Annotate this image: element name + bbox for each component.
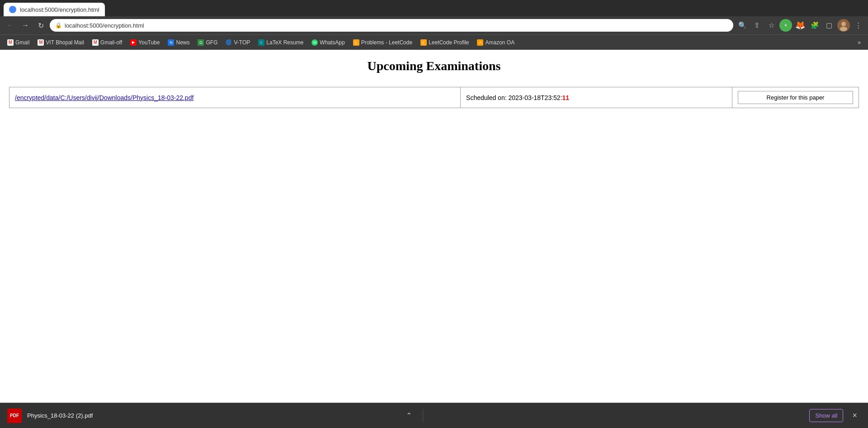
bookmark-lc-profile[interactable]: L LeetCode Profile	[417, 38, 472, 48]
bookmark-label: LeetCode Profile	[429, 39, 469, 46]
show-all-button[interactable]: Show all	[809, 409, 843, 422]
bookmark-label: Gmail	[15, 39, 29, 46]
tab-favicon	[9, 6, 16, 13]
address-text: localhost:5000/encryption.html	[65, 22, 728, 29]
close-download-button[interactable]: ×	[849, 409, 861, 422]
bookmark-label: V-TOP	[234, 39, 250, 46]
bookmark-button[interactable]: ☆	[765, 19, 778, 32]
scheduled-cell: Scheduled on: 2023-03-18T23:52:11	[461, 87, 732, 108]
exam-table: /encrypted/data/C:/Users/divij/Downloads…	[9, 87, 859, 108]
lc-favicon: L	[353, 39, 359, 46]
file-link[interactable]: /encrypted/data/C:/Users/divij/Downloads…	[15, 94, 193, 101]
nav-bar: ← → ↻ 🔒 localhost:5000/encryption.html 🔍…	[0, 16, 868, 34]
bookmark-gmail[interactable]: M Gmail	[4, 38, 33, 48]
bookmark-label: VIT Bhopal Mail	[46, 39, 84, 46]
browser-chrome: localhost:5000/encryption.html ← → ↻ 🔒 l…	[0, 0, 868, 50]
ext-fox-icon[interactable]: 🦊	[794, 19, 807, 32]
bookmark-gfg[interactable]: G GFG	[194, 38, 221, 48]
bookmark-label: WhatsApp	[320, 39, 344, 46]
svg-point-1	[840, 27, 847, 31]
puzzle-icon[interactable]: 🧩	[808, 19, 821, 32]
bookmark-label: YouTube	[138, 39, 160, 46]
tab-title: localhost:5000/encryption.html	[20, 6, 99, 13]
bookmark-whatsapp[interactable]: W WhatsApp	[308, 38, 348, 48]
bookmarks-bar: M Gmail M VIT Bhopal Mail M Gmail-off ▶ …	[0, 34, 868, 50]
svg-point-0	[841, 22, 846, 26]
vtop-favicon: 🌀	[226, 39, 232, 46]
window-icon[interactable]: ▢	[823, 19, 835, 32]
reload-button[interactable]: ↻	[34, 19, 47, 32]
bookmark-label: Gmail-off	[100, 39, 122, 46]
main-content: Upcoming Examinations /encrypted/data/C:…	[0, 50, 868, 403]
active-tab[interactable]: localhost:5000/encryption.html	[4, 3, 105, 16]
bookmark-youtube[interactable]: ▶ YouTube	[127, 38, 163, 48]
lock-icon: 🔒	[55, 22, 62, 29]
nav-actions: 🔍 ⇧ ☆ + 🦊 🧩 ▢ ⋮	[736, 19, 864, 32]
gmail-off-favicon: M	[92, 39, 99, 46]
lc-profile-favicon: L	[420, 39, 427, 46]
profile-avatar	[837, 19, 850, 32]
bookmark-label: GFG	[206, 39, 217, 46]
register-cell: Register for this paper	[732, 87, 859, 108]
menu-button[interactable]: ⋮	[852, 19, 864, 32]
download-info: Physics_18-03-22 (2).pdf	[27, 412, 399, 419]
page-content: Upcoming Examinations /encrypted/data/C:…	[0, 50, 868, 403]
share-button[interactable]: ⇧	[750, 19, 763, 32]
bookmark-gmail-off[interactable]: M Gmail-off	[89, 38, 126, 48]
tab-bar: localhost:5000/encryption.html	[0, 0, 868, 16]
pdf-icon: PDF	[7, 409, 22, 423]
forward-button[interactable]: →	[19, 19, 32, 32]
exam-row: /encrypted/data/C:/Users/divij/Downloads…	[9, 87, 859, 108]
whatsapp-favicon: W	[311, 39, 318, 46]
bookmark-latex[interactable]: L LaTeX Resume	[255, 38, 307, 48]
register-button[interactable]: Register for this paper	[738, 91, 853, 104]
bookmark-news[interactable]: N News	[164, 38, 193, 48]
bookmark-label: LaTeX Resume	[266, 39, 303, 46]
bookmark-label: News	[176, 39, 189, 46]
download-bar: PDF Physics_18-03-22 (2).pdf ⌃ Show all …	[0, 403, 868, 428]
scheduled-highlight: 11	[562, 94, 570, 101]
ext-green-icon[interactable]: +	[779, 19, 792, 32]
scheduled-date: 2023-03-18T23:52:	[508, 94, 562, 101]
download-divider	[423, 409, 423, 423]
bookmarks-more[interactable]: »	[854, 38, 864, 48]
youtube-favicon: ▶	[130, 39, 137, 46]
bookmark-label: Problems - LeetCode	[361, 39, 412, 46]
news-favicon: N	[168, 39, 174, 46]
gfg-favicon: G	[198, 39, 204, 46]
download-filename: Physics_18-03-22 (2).pdf	[27, 412, 399, 419]
download-chevron-icon[interactable]: ⌃	[404, 409, 414, 422]
bookmark-leetcode[interactable]: L Problems - LeetCode	[349, 38, 416, 48]
search-button[interactable]: 🔍	[736, 19, 749, 32]
bookmark-amazon[interactable]: A Amazon OA	[473, 38, 518, 48]
amazon-favicon: A	[477, 39, 483, 46]
profile-button[interactable]	[837, 19, 850, 32]
gmail-favicon: M	[7, 39, 14, 46]
latex-favicon: L	[258, 39, 264, 46]
scheduled-label: Scheduled on:	[466, 94, 508, 101]
vit-mail-favicon: M	[38, 39, 44, 46]
file-path-cell: /encrypted/data/C:/Users/divij/Downloads…	[9, 87, 461, 108]
bookmark-vit-mail[interactable]: M VIT Bhopal Mail	[34, 38, 88, 48]
bookmark-vtop[interactable]: 🌀 V-TOP	[222, 38, 254, 48]
page-title: Upcoming Examinations	[9, 59, 859, 73]
bookmark-label: Amazon OA	[485, 39, 514, 46]
back-button[interactable]: ←	[4, 19, 16, 32]
address-bar[interactable]: 🔒 localhost:5000/encryption.html	[50, 19, 733, 32]
